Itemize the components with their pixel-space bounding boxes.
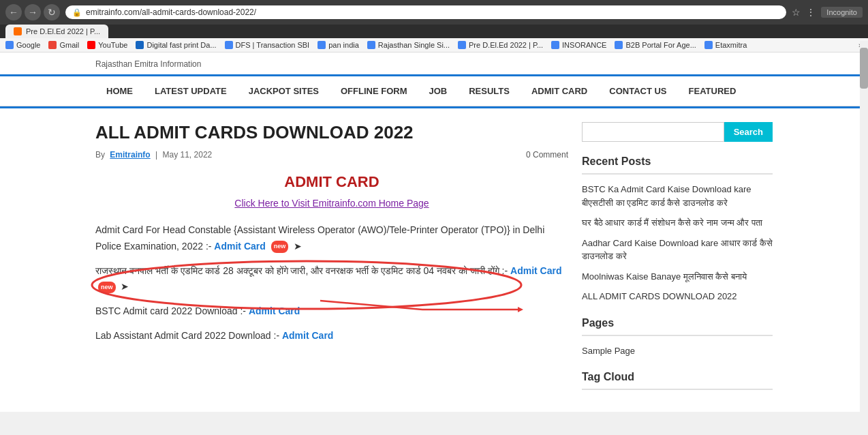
meta-comment: 0 Comment <box>526 150 568 160</box>
recent-post-1: BSTC Ka Admit Card Kaise Download kare ब… <box>582 183 773 209</box>
bookmark-youtube[interactable]: YouTube <box>87 41 127 49</box>
nav-admit-card[interactable]: ADMIT CARD <box>521 76 598 106</box>
bookmark-gmail-label: Gmail <box>59 41 79 49</box>
article-item-2-text: राजस्थान वनपाल भर्ती के एडमिट कार्ड 28 अ… <box>95 265 510 276</box>
google-favicon <box>5 41 14 49</box>
admit-card-link-1[interactable]: Admit Card <box>214 241 265 252</box>
home-page-link[interactable]: Click Here to Visit Emitrainfo.com Home … <box>234 198 429 209</box>
nav-offline-form[interactable]: OFFLINE FORM <box>330 76 418 106</box>
article-item-2-wrapper: राजस्थान वनपाल भर्ती के एडमिट कार्ड 28 अ… <box>95 263 568 296</box>
nav-contact-us[interactable]: CONTACT US <box>598 76 677 106</box>
meta-date: May 11, 2022 <box>163 150 213 160</box>
b2b-favicon <box>615 41 623 49</box>
search-button[interactable]: Search <box>724 122 773 142</box>
browser-nav-buttons: ← → ↻ <box>5 4 60 20</box>
bookmark-digital[interactable]: Digital fast print Da... <box>136 41 216 49</box>
bookmark-pan-label: pan india <box>328 41 359 49</box>
bookmark-google-label: Google <box>16 41 40 49</box>
nav-latest-update[interactable]: LATEST UPDATE <box>144 76 238 106</box>
tab-favicon <box>14 27 22 35</box>
forward-button[interactable]: → <box>25 4 41 20</box>
address-bar[interactable]: 🔒 emitrainfo.com/all-admit-cards-downloa… <box>65 5 786 19</box>
tab-label: Pre D.El.Ed 2022 | P... <box>26 27 100 35</box>
recent-post-link-5[interactable]: ALL ADMIT CARDS DOWNLOAD 2022 <box>582 291 737 301</box>
bookmark-b2b-label: B2B Portal For Age... <box>625 41 696 49</box>
sidebar: Search Recent Posts BSTC Ka Admit Card K… <box>582 122 773 398</box>
recent-post-link-1[interactable]: BSTC Ka Admit Card Kaise Download kare ब… <box>582 184 751 208</box>
active-tab[interactable]: Pre D.El.Ed 2022 | P... <box>5 25 108 38</box>
new-badge-1: new <box>271 241 289 252</box>
page-sample-link[interactable]: Sample Page <box>582 346 635 356</box>
bookmark-pan[interactable]: pan india <box>317 41 359 49</box>
recent-post-link-4[interactable]: Moolniwas Kaise Banaye मूलनिवास कैसे बना… <box>582 271 747 282</box>
nav-home[interactable]: HOME <box>95 76 144 106</box>
recent-post-3: Aadhar Card Kaise Download kare आधार कार… <box>582 237 773 263</box>
scrollbar-thumb[interactable] <box>860 48 868 89</box>
admit-card-link-3[interactable]: Admit Card <box>249 305 300 316</box>
admit-card-heading: ADMIT CARD <box>95 173 568 191</box>
preDeled-favicon <box>458 41 466 49</box>
bookmark-insurance[interactable]: INSORANCE <box>551 41 606 49</box>
bookmark-b2b[interactable]: B2B Portal For Age... <box>615 41 696 49</box>
bookmark-google[interactable]: Google <box>5 41 40 49</box>
article-meta: By Emitrainfo | May 11, 2022 0 Comment <box>95 150 568 160</box>
search-input[interactable] <box>582 122 724 142</box>
bookmark-preDeled-label: Pre D.El.Ed 2022 | P... <box>469 41 543 49</box>
raj-favicon <box>367 41 375 49</box>
browser-chrome: ← → ↻ 🔒 emitrainfo.com/all-admit-cards-d… <box>0 0 868 25</box>
recent-posts-section: Recent Posts BSTC Ka Admit Card Kaise Do… <box>582 155 773 303</box>
recent-post-2: घर बैठे आधार कार्ड मैं संशोधन कैसे करे न… <box>582 216 773 230</box>
pages-title: Pages <box>582 317 773 336</box>
back-button[interactable]: ← <box>5 4 22 20</box>
nav-results[interactable]: RESULTS <box>458 76 521 106</box>
home-page-link-wrapper: Click Here to Visit Emitrainfo.com Home … <box>95 198 568 209</box>
content-wrapper: ALL ADMIT CARDS DOWNLOAD 2022 By Emitrai… <box>0 108 868 412</box>
bookmark-gmail[interactable]: Gmail <box>48 41 79 49</box>
site-top: Rajasthan Emitra Information <box>0 52 868 74</box>
sidebar-search: Search <box>582 122 773 142</box>
bookmark-dfs[interactable]: DFS | Transaction SBI <box>225 41 310 49</box>
scrollbar[interactable] <box>860 41 868 412</box>
main-content: ALL ADMIT CARDS DOWNLOAD 2022 By Emitrai… <box>95 122 568 398</box>
pages-section: Pages Sample Page <box>582 317 773 358</box>
recent-post-4: Moolniwas Kaise Banaye मूलनिवास कैसे बना… <box>582 270 773 284</box>
lock-icon: 🔒 <box>72 8 82 17</box>
new-badge-2: new <box>98 282 116 293</box>
recent-post-link-2[interactable]: घर बैठे आधार कार्ड मैं संशोधन कैसे करे न… <box>582 217 762 228</box>
bookmark-etax[interactable]: Etaxmitra <box>704 41 747 49</box>
article-meta-left: By Emitrainfo | May 11, 2022 <box>95 150 212 160</box>
recent-post-link-3[interactable]: Aadhar Card Kaise Download kare आधार कार… <box>582 238 773 262</box>
admit-card-link-2[interactable]: Admit Card <box>510 265 561 276</box>
nav-job[interactable]: JOB <box>418 76 458 106</box>
meta-separator: | <box>155 150 157 160</box>
browser-actions: ☆ ⋮ Incognito <box>792 7 863 18</box>
gmail-favicon <box>48 41 57 49</box>
more-button[interactable]: ⋮ <box>806 7 816 18</box>
url-text: emitrainfo.com/all-admit-cards-download-… <box>86 7 256 17</box>
arrow-decoration-1: ➤ <box>294 241 302 252</box>
site-top-text: Rajasthan Emitra Information <box>95 59 201 69</box>
star-button[interactable]: ☆ <box>792 7 801 18</box>
bookmark-raj-label: Rajasthan Single Si... <box>378 41 450 49</box>
reload-button[interactable]: ↻ <box>44 4 60 20</box>
page-wrapper: Rajasthan Emitra Information HOME LATEST… <box>0 52 868 412</box>
article-item-1-text: Admit Card For Head Constable {Assistant… <box>95 224 544 252</box>
tabs-bar: Pre D.El.Ed 2022 | P... <box>0 25 868 38</box>
meta-by: By <box>95 150 105 160</box>
nav-jackpot-sites[interactable]: JACKPOT SITES <box>238 76 330 106</box>
article-author[interactable]: Emitrainfo <box>110 150 150 160</box>
bookmark-raj[interactable]: Rajasthan Single Si... <box>367 41 450 49</box>
arrow-decoration-2: ➤ <box>121 281 129 292</box>
bookmark-preDeled[interactable]: Pre D.El.Ed 2022 | P... <box>458 41 543 49</box>
nav-featured[interactable]: FEATURED <box>678 76 747 106</box>
admit-card-link-4[interactable]: Admit Card <box>282 330 333 341</box>
article-item-1: Admit Card For Head Constable {Assistant… <box>95 222 568 255</box>
article-item-3-text: BSTC Admit card 2022 Download :- <box>95 305 249 316</box>
dfs-favicon <box>225 41 233 49</box>
bookmark-etax-label: Etaxmitra <box>715 41 747 49</box>
article-body: Admit Card For Head Constable {Assistant… <box>95 222 568 344</box>
tag-cloud-title: Tag Cloud <box>582 371 773 390</box>
article-item-4-text: Lab Assistant Admit Card 2022 Download :… <box>95 330 282 341</box>
nav-menu: HOME LATEST UPDATE JACKPOT SITES OFFLINE… <box>0 74 868 106</box>
browser-toolbar: ← → ↻ 🔒 emitrainfo.com/all-admit-cards-d… <box>5 4 863 25</box>
